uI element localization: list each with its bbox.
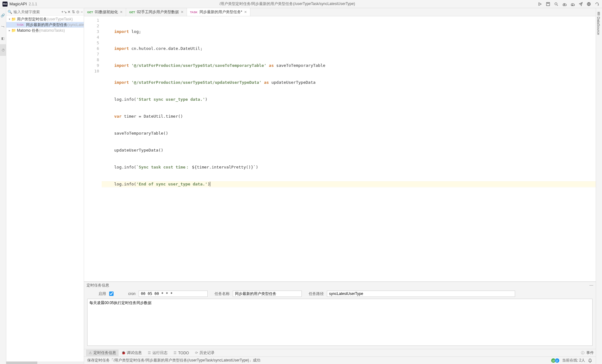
tree-label: 用户类型定时任务 [17, 17, 47, 22]
close-icon[interactable]: ✕ [181, 10, 184, 14]
tree-folder[interactable]: ▸ 📁 Matomo 任务(matomoTasks) [6, 28, 84, 33]
alert-icon: ⓘ [581, 351, 584, 355]
sidebar-toolbar: 🔍 +↘ ✕ ⇅ ⊙ − [6, 8, 84, 16]
line-gutter: 12345678910 [84, 16, 102, 281]
right-vertical-tabs: 🗄DataSource [596, 8, 602, 364]
tab-label: 同步最新的用户类型任务* [200, 9, 242, 15]
list-icon: ☰ [173, 351, 177, 355]
path-label: 任务路径 [305, 291, 324, 297]
breadcrumb: /用户类型定时任务/同步最新的用户类型任务(/userTypeTask/sync… [37, 1, 537, 7]
task-name-input[interactable] [233, 291, 302, 297]
folder-icon: 📁 [11, 17, 16, 21]
editor-tabs: GET 01数据初始化 ✕ GET 02手工同步用户类型数据 ✕ TASK 同步… [84, 8, 596, 16]
description-textarea[interactable]: 每天凌晨00:05执行定时任务同步数据 [87, 299, 593, 346]
online-avatars[interactable]: p p [551, 358, 560, 363]
sort-icon[interactable]: ⇅ [72, 10, 75, 14]
online-count: 当前在线: 2人 [562, 358, 585, 363]
avatar: p [555, 358, 560, 363]
app-header: MA MagicAPI 2.1.1 /用户类型定时任务/同步最新的用户类型任务(… [0, 0, 602, 8]
collapse-icon[interactable]: − [81, 10, 83, 14]
tree-folder[interactable]: ▾ 📁 用户类型定时任务(userTypeTask) [6, 16, 84, 22]
run-icon[interactable] [537, 2, 542, 7]
cron-label: cron [117, 292, 136, 296]
tree-label: 同步最新的用户类型任务 [26, 22, 67, 28]
btab-history[interactable]: ⟳历史记录 [192, 350, 217, 356]
info-panel-title: 定时任务信息 [87, 283, 109, 288]
globe-icon[interactable] [586, 2, 591, 7]
info-panel: 定时任务信息 — 启用 cron 任务名称 任务路径 每天凌晨00:05执行定时… [84, 281, 596, 349]
app-logo-icon: MA [3, 2, 8, 7]
task-badge: TASK [16, 23, 25, 26]
btab-debug[interactable]: 🐞调试信息 [119, 350, 144, 356]
tree-item-task[interactable]: TASK 同步最新的用户类型任务(syncLatestU [6, 22, 84, 28]
app-version: 2.1.1 [29, 2, 37, 6]
minimize-icon[interactable]: — [589, 283, 593, 287]
bottom-tabs: ⚠定时任务信息 🐞调试信息 ☰运行日志 ☰TODO ⟳历史记录 ⓘ 事件 [84, 349, 596, 356]
vtab-datasource[interactable]: 🗄DataSource [596, 8, 601, 37]
history-icon: ⟳ [194, 351, 198, 355]
btab-task-info[interactable]: ⚠定时任务信息 [86, 350, 119, 356]
push-icon[interactable] [578, 2, 583, 7]
vtab-api[interactable]: 🔗接口 [0, 9, 6, 21]
method-badge: GET [129, 11, 135, 14]
notification-icon[interactable] [588, 358, 593, 363]
tree-label: Matomo 任务 [17, 28, 39, 33]
tab-01[interactable]: GET 01数据初始化 ✕ [84, 8, 126, 16]
svg-point-1 [555, 3, 557, 5]
vtab-component[interactable]: ◧组件 [0, 33, 6, 44]
search-input[interactable] [13, 10, 61, 14]
status-bar: 保存定时任务「/用户类型定时任务/同步最新的用户类型任务(/userTypeTa… [84, 356, 596, 364]
log-icon: ☰ [147, 351, 151, 355]
close-icon[interactable]: ✕ [244, 10, 247, 14]
tab-label: 02手工同步用户类型数据 [137, 9, 178, 15]
vtab-function[interactable]: ƒ函数 [0, 21, 6, 33]
tab-02[interactable]: GET 02手工同步用户类型数据 ✕ [126, 8, 187, 16]
btab-todo[interactable]: ☰TODO [171, 350, 191, 356]
tab-sync-task[interactable]: TASK 同步最新的用户类型任务* ✕ [187, 8, 251, 16]
bug-icon: 🐞 [122, 351, 125, 355]
cron-input[interactable] [139, 291, 208, 297]
app-title: MagicAPI [9, 2, 27, 6]
method-badge: GET [87, 11, 93, 14]
reload-icon[interactable] [594, 2, 599, 7]
enable-label: 启用 [87, 291, 106, 297]
code-content[interactable]: import log; import cn.hutool.core.date.D… [102, 16, 596, 281]
name-label: 任务名称 [211, 291, 230, 297]
tab-label: 01数据初始化 [95, 9, 118, 15]
file-tree: ▾ 📁 用户类型定时任务(userTypeTask) TASK 同步最新的用户类… [6, 16, 84, 361]
event-label[interactable]: 事件 [586, 350, 594, 356]
vtab-scheduled[interactable]: ⏱定时任务 [0, 44, 6, 56]
code-editor[interactable]: 12345678910 import log; import cn.hutool… [84, 16, 596, 281]
locate-icon[interactable]: ⊙ [76, 10, 79, 14]
svg-rect-0 [546, 2, 550, 6]
save-icon[interactable] [546, 2, 551, 7]
add-icon[interactable]: +↘ [62, 10, 66, 14]
sidebar: 🔍 +↘ ✕ ⇅ ⊙ − ▾ 📁 用户类型定时任务(userTypeTask) … [6, 8, 84, 364]
enable-checkbox[interactable] [109, 292, 114, 296]
chevron-right-icon[interactable]: ▸ [8, 29, 11, 32]
search-icon: 🔍 [8, 10, 12, 14]
search-icon[interactable] [554, 2, 559, 7]
status-message: 保存定时任务「/用户类型定时任务/同步最新的用户类型任务(/userTypeTa… [87, 358, 260, 363]
editor-area: GET 01数据初始化 ✕ GET 02手工同步用户类型数据 ✕ TASK 同步… [84, 8, 596, 364]
info-icon: ⚠ [88, 351, 92, 355]
sidebar-scrollbar[interactable] [6, 361, 84, 364]
chevron-down-icon[interactable]: ▾ [8, 18, 11, 21]
method-badge: TASK [190, 11, 198, 14]
delete-icon[interactable]: ✕ [67, 10, 71, 14]
upload-icon[interactable] [562, 2, 567, 7]
task-path-input[interactable] [327, 291, 515, 297]
database-icon: 🗄 [597, 12, 600, 15]
folder-icon: 📁 [11, 29, 16, 32]
btab-logs[interactable]: ☰运行日志 [145, 350, 170, 356]
close-icon[interactable]: ✕ [120, 10, 123, 14]
download-icon[interactable] [570, 2, 575, 7]
left-vertical-tabs: 🔗接口 ƒ函数 ◧组件 ⏱定时任务 [0, 8, 6, 364]
